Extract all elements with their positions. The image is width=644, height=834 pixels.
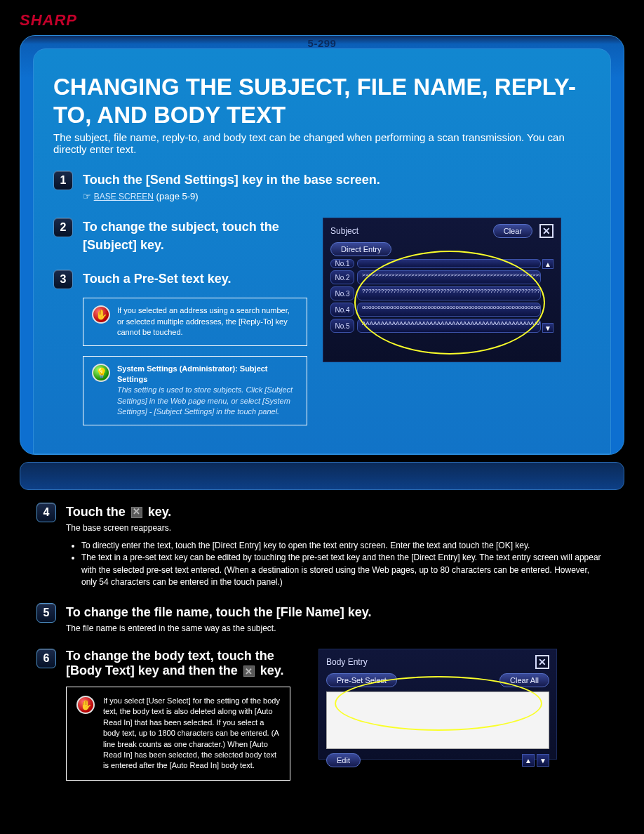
- brand-logo: SHARP: [20, 11, 644, 29]
- main-panel: 5 CHANGING THE SUBJECT, FILE NAME, REPLY…: [33, 48, 611, 454]
- lower-section: 4 Touch the ✕ key. The base screen reapp…: [20, 490, 624, 809]
- outer-panel: 5-299 5 CHANGING THE SUBJECT, FILE NAME,…: [20, 35, 624, 455]
- step-5: 5 To change the file name, touch the [Fi…: [36, 603, 605, 635]
- subject-row-text: AAAAAAAAAAAAAAAAAAAAAAAAAAAAAAAAAAAAAAAA…: [357, 319, 541, 333]
- step-3-tip-body: This setting is used to store subjects. …: [117, 385, 298, 417]
- body-text-area[interactable]: [326, 691, 549, 749]
- stop-icon: ✋: [92, 305, 110, 324]
- step-5-head: To change the file name, touch the [File…: [66, 603, 605, 621]
- step-4-bullet-1: To directly enter the text, touch the [D…: [81, 540, 605, 552]
- subject-row-num: No.3: [330, 286, 354, 300]
- step-1: 1 Touch the [Send Settings] key in the b…: [53, 171, 591, 204]
- subject-row-num: No.5: [330, 319, 354, 333]
- edit-button[interactable]: Edit: [326, 753, 361, 767]
- step-6-row: 6 To change the body text, touch the [Bo…: [36, 649, 605, 781]
- step-4: 4 Touch the ✕ key. The base screen reapp…: [36, 503, 605, 589]
- step-6-head: To change the body text, touch the [Body…: [66, 649, 309, 678]
- step-1-link[interactable]: BASE SCREEN: [94, 192, 154, 201]
- subject-row-text: oooooooooooooooooooooooooooooooooooooooo…: [357, 303, 541, 317]
- step-3-warning: ✋ If you selected an address using a sea…: [83, 298, 307, 345]
- subject-row-num: No.1: [330, 259, 354, 268]
- step-number-6: 6: [36, 649, 56, 668]
- direct-entry-button[interactable]: Direct Entry: [330, 242, 391, 256]
- step-number-3: 3: [53, 270, 73, 289]
- stop-icon: ✋: [76, 696, 95, 714]
- clear-all-button[interactable]: Clear All: [499, 673, 549, 687]
- step-4-bullet-2: The text in a pre-set text key can be ed…: [81, 552, 605, 588]
- step-4-sub: The base screen reappears.: [66, 522, 605, 534]
- close-icon[interactable]: ✕: [535, 655, 549, 669]
- step-1-head: Touch the [Send Settings] key in the bas…: [83, 171, 591, 189]
- step-5-sub: The file name is entered in the same way…: [66, 623, 605, 635]
- step-2-head: To change the subject, touch the [Subjec…: [83, 218, 307, 254]
- step-number-5: 5: [36, 603, 56, 623]
- step-number-2: 2: [53, 218, 73, 237]
- preset-select-button[interactable]: Pre-Set Select: [326, 673, 397, 687]
- close-icon[interactable]: ✕: [539, 224, 554, 238]
- subject-row[interactable]: No.3 ???????????????????????????????????…: [330, 286, 541, 300]
- subject-row-num: No.4: [330, 303, 354, 317]
- scroll-up-icon[interactable]: ▲: [542, 259, 554, 269]
- step-4-head: Touch the ✕ key.: [66, 503, 605, 521]
- subject-row-text: [357, 259, 541, 268]
- step-3: 3 Touch a Pre-Set text key.: [53, 270, 307, 289]
- step-3-tip-head: System Settings (Administrator): Subject…: [117, 364, 298, 385]
- step-4-head-suffix: key.: [145, 505, 172, 519]
- clear-button[interactable]: Clear: [493, 224, 532, 238]
- subject-row[interactable]: No.5 AAAAAAAAAAAAAAAAAAAAAAAAAAAAAAAAAAA…: [330, 319, 541, 333]
- section-divider: [20, 462, 624, 490]
- subject-row[interactable]: No.4 ooooooooooooooooooooooooooooooooooo…: [330, 303, 541, 317]
- page-title: CHANGING THE SUBJECT, FILE NAME, REPLY-T…: [53, 73, 591, 128]
- step-6-head-suffix: key.: [257, 663, 284, 677]
- close-icon: ✕: [243, 666, 255, 677]
- page-subtitle: The subject, file name, reply-to, and bo…: [53, 131, 591, 155]
- close-icon: ✕: [131, 507, 142, 518]
- subject-list: No.1 No.2 >>>>>>>>>>>>>>>>>>>>>>>>>>>>>>…: [330, 259, 554, 333]
- scroll-down-icon[interactable]: ▼: [542, 323, 554, 333]
- lightbulb-icon: 💡: [92, 364, 110, 382]
- subject-row-text: >>>>>>>>>>>>>>>>>>>>>>>>>>>>>>>>>>>>>>>>…: [357, 270, 541, 284]
- scroll-down-icon[interactable]: ▼: [537, 754, 549, 767]
- subject-row-num: No.2: [330, 270, 354, 284]
- subject-screenshot: Subject Clear ✕ Direct Entry No.1: [323, 218, 561, 362]
- step-number-4: 4: [36, 503, 56, 522]
- step-3-head: Touch a Pre-Set text key.: [83, 270, 307, 288]
- subject-row[interactable]: No.2 >>>>>>>>>>>>>>>>>>>>>>>>>>>>>>>>>>>…: [330, 270, 541, 284]
- body-entry-title: Body Entry: [326, 657, 368, 667]
- step-4-head-prefix: Touch the: [66, 505, 129, 519]
- step-2: 2 To change the subject, touch the [Subj…: [53, 218, 307, 256]
- subject-title: Subject: [330, 226, 358, 236]
- step-number-1: 1: [53, 171, 73, 190]
- header-page-number: 5-299: [308, 37, 337, 49]
- scroll-up-icon[interactable]: ▲: [522, 754, 535, 767]
- step-3-warning-text: If you selected an address using a searc…: [117, 305, 298, 338]
- step-3-tip: 💡 System Settings (Administrator): Subje…: [83, 356, 307, 425]
- subject-row-text: ????????????????????????????????????????…: [357, 286, 541, 300]
- subject-row[interactable]: No.1: [330, 259, 541, 268]
- scroll-bar[interactable]: ▲ ▼: [542, 259, 554, 333]
- step-1-pageref: (page 5-9): [156, 191, 199, 201]
- step-6-warning-text: If you select [User Select] for the sett…: [103, 696, 280, 772]
- body-entry-screenshot: Body Entry ✕ Pre-Set Select Clear All Ed…: [318, 649, 557, 760]
- step-6-warning: ✋ If you select [User Select] for the se…: [66, 687, 290, 781]
